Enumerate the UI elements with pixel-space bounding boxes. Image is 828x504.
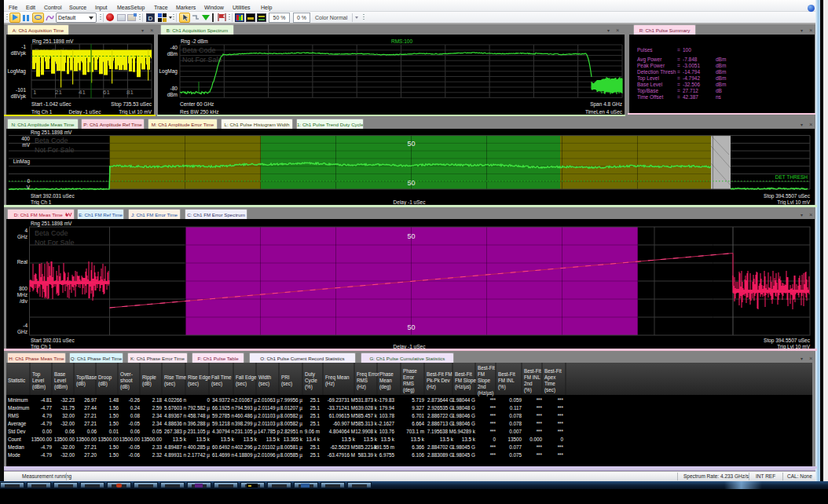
svg-text:50: 50: [407, 140, 415, 148]
svg-text:-891.55 m: -891.55 m: [372, 444, 394, 450]
svg-text:Trig Lvl 10 mV: Trig Lvl 10 mV: [119, 109, 152, 115]
svg-text:(Hz): (Hz): [325, 381, 335, 387]
svg-text:25.1: 25.1: [310, 413, 321, 418]
svg-text:Rise Edge: Rise Edge: [188, 374, 211, 381]
svg-text:27.21: 27.21: [84, 444, 97, 450]
svg-text:GHz: GHz: [17, 234, 27, 239]
svg-text:Start 392.031 uSec: Start 392.031 uSec: [31, 193, 75, 199]
svg-text:***: ***: [537, 397, 543, 403]
svg-text:-63.47916 M: -63.47916 M: [328, 452, 355, 458]
svg-text:13.5 k: 13.5 k: [462, 436, 476, 442]
svg-text:1.98045 G: 1.98045 G: [452, 444, 476, 450]
svg-text:13.5 k: 13.5 k: [381, 436, 395, 442]
svg-text:-4.77: -4.77: [41, 405, 53, 411]
svg-text:Phase: Phase: [403, 368, 417, 374]
svg-text:61.09615 M: 61.09615 M: [329, 413, 355, 418]
svg-text:1.50: 1.50: [109, 413, 119, 418]
svg-text:Slope: Slope: [478, 378, 491, 384]
svg-text:0.007: 0.007: [509, 429, 522, 434]
svg-text:13500.00: 13500.00: [76, 436, 97, 442]
svg-text:50: 50: [407, 179, 415, 187]
svg-text:-4.81: -4.81: [41, 397, 53, 403]
svg-text:Time Offset: Time Offset: [637, 94, 663, 100]
svg-text:8.00582 µ: 8.00582 µ: [280, 421, 303, 427]
svg-text:6.106: 6.106: [412, 452, 424, 458]
svg-text:4.02266 n: 4.02266 n: [164, 397, 187, 403]
svg-text:9.327: 9.327: [412, 405, 424, 411]
svg-text:2.17742 µ: 2.17742 µ: [188, 452, 211, 458]
svg-text:(sec): (sec): [544, 387, 555, 393]
svg-text:***: ***: [537, 405, 543, 411]
svg-text:-0.05: -0.05: [129, 444, 141, 450]
svg-text:Freq Error: Freq Error: [357, 371, 379, 378]
svg-text:13500.00: 13500.00: [54, 436, 75, 442]
svg-text:Best-Fit: Best-Fit: [544, 368, 562, 374]
svg-text:5.719: 5.719: [412, 397, 424, 403]
svg-text:0.06: 0.06: [87, 429, 97, 434]
svg-text:Pk-Pk Dev: Pk-Pk Dev: [427, 378, 451, 383]
svg-text:2.01096 µ: 2.01096 µ: [258, 452, 280, 458]
svg-text:Top/Base: Top/Base: [76, 374, 97, 381]
svg-text:Res BW 250 kHz: Res BW 250 kHz: [180, 109, 219, 115]
svg-text:1.98044 G: 1.98044 G: [452, 397, 476, 403]
svg-text:27.21: 27.21: [84, 421, 97, 426]
svg-text:0.01: 0.01: [109, 429, 119, 434]
svg-text:7.195638 M: 7.195638 M: [427, 429, 453, 434]
svg-text:-1: -1: [21, 44, 26, 49]
svg-text:0.077: 0.077: [509, 444, 522, 450]
svg-text:103.76: 103.76: [379, 429, 395, 434]
svg-text:8.00585 µ: 8.00585 µ: [280, 452, 303, 458]
svg-text:6.366: 6.366: [412, 444, 424, 450]
svg-text:***: ***: [490, 444, 496, 450]
svg-text:Delay -1 uSec: Delay -1 uSec: [394, 199, 427, 205]
svg-text:2.01149 µ: 2.01149 µ: [258, 405, 280, 411]
svg-text:dBVpk: dBVpk: [11, 93, 27, 100]
svg-text:-4.79: -4.79: [41, 421, 53, 426]
svg-text:585.457 k: 585.457 k: [355, 413, 378, 418]
svg-text:Count: Count: [8, 436, 21, 442]
svg-text:Start -1.042 uSec: Start -1.042 uSec: [31, 101, 71, 107]
svg-text:-80: -80: [170, 86, 178, 91]
svg-text:***: ***: [490, 429, 496, 434]
svg-text:4: 4: [24, 228, 27, 233]
svg-text:800: 800: [19, 286, 27, 291]
svg-text:-101: -101: [16, 87, 26, 93]
svg-text:-0.05: -0.05: [129, 421, 141, 426]
svg-text:27.44: 27.44: [84, 405, 97, 411]
svg-text:Ripple: Ripple: [142, 374, 156, 381]
svg-text:32.00: 32.00: [62, 413, 75, 418]
svg-text:2.01063 µ: 2.01063 µ: [258, 397, 280, 404]
svg-text:13.5 k: 13.5 k: [342, 436, 356, 442]
svg-text:Width: Width: [258, 374, 272, 380]
svg-text:-32.00: -32.00: [60, 444, 75, 450]
svg-text:-62.5623 M: -62.5623 M: [330, 444, 355, 450]
svg-text:Mode: Mode: [8, 452, 20, 458]
svg-text:7.99956 µ: 7.99956 µ: [280, 397, 303, 404]
svg-text:Mean: Mean: [379, 378, 392, 383]
svg-text:2.34: 2.34: [152, 421, 163, 426]
svg-text:0.08: 0.08: [130, 413, 141, 418]
svg-text:402.296 µ: 402.296 µ: [235, 444, 258, 451]
svg-text:LogMag: LogMag: [8, 68, 27, 75]
svg-text:59.2785 n: 59.2785 n: [212, 413, 235, 418]
svg-text:Trig Ch 1: Trig Ch 1: [31, 199, 52, 205]
svg-text:Duty: Duty: [305, 371, 316, 378]
svg-text:=: =: [677, 75, 680, 81]
svg-text:2.82951 n: 2.82951 n: [280, 429, 303, 434]
svg-text:***: ***: [490, 397, 496, 403]
svg-text:***: ***: [537, 429, 543, 434]
svg-text:(deg): (deg): [379, 384, 391, 390]
svg-text:Level: Level: [54, 378, 66, 383]
svg-text:***: ***: [558, 452, 564, 458]
svg-text:1.48: 1.48: [109, 397, 119, 403]
svg-text:50: 50: [407, 323, 415, 331]
svg-text:=: =: [677, 69, 680, 75]
svg-text:0.06: 0.06: [130, 429, 141, 434]
svg-text:13.5 k: 13.5 k: [221, 436, 235, 442]
svg-text:12.9908 k: 12.9908 k: [355, 429, 378, 434]
svg-text:231.105 µ: 231.105 µ: [235, 429, 258, 435]
svg-text:***: ***: [537, 452, 543, 458]
svg-text:dBm: dBm: [716, 82, 726, 87]
svg-text:147.785 p: 147.785 p: [258, 429, 280, 435]
svg-text:13.5 k: 13.5 k: [411, 436, 425, 442]
